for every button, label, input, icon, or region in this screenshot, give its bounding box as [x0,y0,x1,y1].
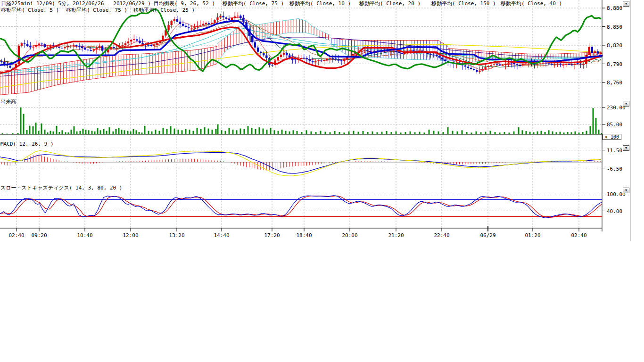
x-axis-label: 13:20 [169,232,184,239]
trading-chart-app: 02:4009:2010:4012:0013:2014:4017:2018:40… [0,0,644,362]
x-axis-label: 09:20 [31,232,47,239]
price-axis-tick-3: 8,790 [607,61,622,67]
chevron-down-icon: ▼ [623,101,629,106]
stochastics-panel-dropdown-button[interactable]: ▼ [623,188,629,193]
volume-axis-tick-1: 85.00 [607,122,622,128]
x-axis-label: 17:20 [264,232,280,239]
chevron-down-icon: ▼ [623,146,629,150]
price-axis-tick-1: 8,850 [607,24,622,30]
x-axis-label: 20:00 [342,232,357,239]
price-panel-dropdown-button[interactable]: ▼ [623,1,629,7]
volume-unit-multiplier-badge: × 100 [603,134,621,140]
x-axis-label: 01:20 [525,232,540,239]
chevron-down-icon: ▼ [623,1,629,6]
macd-panel-dropdown-button[interactable]: ▼ [623,145,629,151]
x-axis-label: 18:40 [296,232,312,239]
x-axis-label: 22:40 [434,232,449,239]
volume-panel-label: 出来高 [0,99,16,105]
x-axis-label: 12:00 [123,232,138,239]
stochastics-panel-label: スロー・ストキャスティクス( 14, 3, 80, 20 ) [0,185,122,191]
macd-axis-tick-1: -6.50 [607,166,622,172]
volume-panel-dropdown-button[interactable]: ▼ [623,101,629,107]
x-axis-label: 14:40 [214,232,229,239]
x-axis-label: 21:20 [388,232,404,239]
price-axis-tick-2: 8,820 [607,42,622,49]
macd-axis-tick-0: 11.50 [607,148,622,154]
chart-plot-area[interactable]: 02:4009:2010:4012:0013:2014:4017:2018:40… [0,0,644,243]
price-axis-tick-0: 8,880 [607,5,622,11]
price-axis-tick-4: 8,760 [607,80,622,86]
x-axis-label: 06/29 [480,232,495,239]
macd-panel-label: MACD( 12, 26, 9 ) [0,141,54,147]
x-axis-label: 02:40 [571,232,586,239]
x-axis-label: 02:40 [8,232,24,239]
stoch-axis-tick-1: 40.00 [607,208,622,214]
chevron-down-icon: ▼ [623,188,629,193]
x-axis-label: 10:40 [77,232,92,239]
